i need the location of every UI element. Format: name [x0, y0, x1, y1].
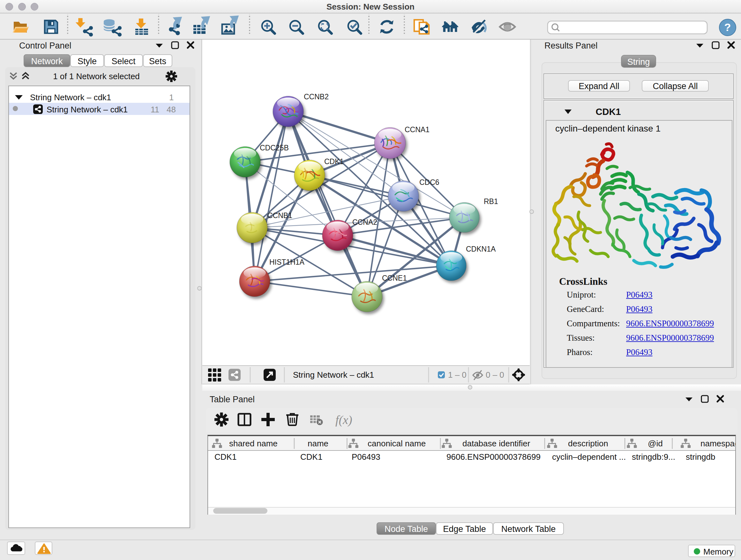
- svg-text:CCNB1: CCNB1: [267, 211, 292, 220]
- svg-text:CCNE1: CCNE1: [382, 274, 407, 282]
- svg-text:0 – 0: 0 – 0: [486, 370, 504, 380]
- svg-text:CDKN1A: CDKN1A: [466, 245, 496, 253]
- svg-text:canonical name: canonical name: [367, 439, 426, 448]
- svg-text:1 – 0: 1 – 0: [448, 370, 467, 380]
- svg-text:namespace: namespace: [700, 439, 735, 448]
- svg-text:CDC6: CDC6: [419, 178, 440, 186]
- svg-text:shared name: shared name: [229, 439, 278, 448]
- svg-text:HIST1H1A: HIST1H1A: [269, 258, 305, 266]
- svg-text:CDC25B: CDC25B: [260, 144, 289, 152]
- svg-text:f(x): f(x): [335, 413, 352, 427]
- svg-text:description: description: [568, 439, 608, 448]
- svg-text:?: ?: [724, 21, 731, 33]
- svg-text:@id: @id: [648, 439, 663, 448]
- svg-text:String Network – cdk1: String Network – cdk1: [293, 370, 374, 380]
- svg-text:CDK1: CDK1: [324, 158, 344, 166]
- svg-text:CCNA1: CCNA1: [405, 125, 429, 134]
- svg-text:CCNB2: CCNB2: [304, 92, 329, 101]
- svg-text:name: name: [308, 439, 328, 448]
- svg-text:RB1: RB1: [484, 197, 498, 206]
- svg-text:database identifier: database identifier: [462, 439, 530, 448]
- svg-text:CCNA2: CCNA2: [352, 218, 377, 226]
